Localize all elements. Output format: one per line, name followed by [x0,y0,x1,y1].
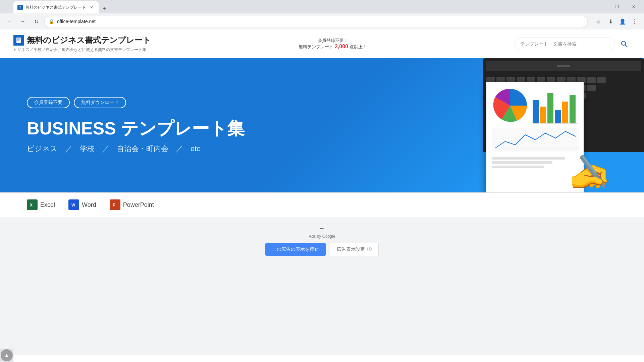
bookmark-button[interactable]: ☆ [593,16,604,27]
ads-stop-button[interactable]: この広告の表示を停止 [265,243,326,256]
tab-list-button[interactable] [3,4,12,13]
address-input[interactable] [57,19,583,24]
hero-badge-download: 無料ダウンロード [74,97,126,108]
menu-button[interactable]: ⋮ [629,16,640,27]
logo-icon [13,35,24,46]
hand-illustration: ✍ [569,153,610,192]
ads-info-icon: ⓘ [367,246,372,252]
svg-rect-2 [17,40,20,40]
search-button[interactable] [618,38,631,50]
pie-chart [492,87,529,124]
ads-setting-button[interactable]: 広告表示設定 ⓘ [330,243,379,256]
site-logo-area: 無料のビジネス書式テンプレート ビジネス／学校／自治会／町内会などに使える無料の… [13,35,151,53]
toolbar-icons: ☆ ⬇ 👤 ⋮ [593,16,640,27]
excel-link[interactable]: X Excel [27,199,55,210]
powerpoint-label: PowerPoint [123,201,154,208]
line-chart [492,128,579,152]
word-link[interactable]: W Word [68,199,96,210]
svg-text:X: X [30,203,33,207]
hero-badge-registration: 会員登録不要 [27,97,70,108]
header-note2: 無料テンプレート 2,000 点以上！ [299,44,367,50]
logo-title-text: 無料のビジネス書式テンプレート [27,35,151,46]
hero-content: 会員登録不要 無料ダウンロード BUSINESS テンプレート集 ビジネス ／ … [0,77,271,174]
address-bar-row: ← → ↻ 🔒 ☆ ⬇ 👤 ⋮ [0,13,644,29]
powerpoint-link[interactable]: P PowerPoint [110,199,154,210]
word-label: Word [82,201,96,208]
minimize-button[interactable]: — [592,1,608,12]
svg-text:W: W [71,203,75,207]
scroll-up-button[interactable]: ▲ [1,349,13,361]
tab-close-button[interactable]: ✕ [89,4,95,10]
header-note1: 会員登録不要！ [318,38,348,44]
search-area [515,38,631,50]
doc-charts [492,87,578,124]
profile-button[interactable]: 👤 [617,16,628,27]
word-icon: W [68,199,79,210]
doc-text-lines [492,157,578,168]
security-icon: 🔒 [49,19,54,24]
search-input[interactable] [515,38,615,50]
ads-label: Ads by Google [5,234,639,239]
ads-setting-label: 広告表示設定 [337,246,365,252]
apps-row: X Excel W Word P [0,192,644,217]
site-header-middle: 会員登録不要！ 無料テンプレート 2,000 点以上！ [164,38,501,50]
maximize-button[interactable]: ❐ [609,1,625,12]
address-bar-container: 🔒 [44,16,588,27]
active-tab[interactable]: T 無料のビジネス書式テンプレート ✕ [13,1,99,13]
tab-favicon: T [17,5,23,10]
svg-rect-3 [17,41,19,41]
download-button[interactable]: ⬇ [605,16,616,27]
site-logo-subtitle: ビジネス／学校／自治会／町内会などに使える無料の文書テンプレート集 [13,47,151,53]
excel-label: Excel [40,201,55,208]
bottom-bar: ▲ [0,349,13,362]
title-bar: T 無料のビジネス書式テンプレート ✕ + — ❐ ✕ [0,0,644,13]
powerpoint-icon: P [110,199,120,210]
hero-illustration-area: ✍ [409,58,644,192]
site-header: 無料のビジネス書式テンプレート ビジネス／学校／自治会／町内会などに使える無料の… [0,29,644,58]
svg-text:P: P [113,203,115,207]
below-ads-space [0,261,644,355]
tab-bar: T 無料のビジネス書式テンプレート ✕ + [3,0,592,13]
hero-title: BUSINESS テンプレート集 [27,119,245,138]
browser-window: T 無料のビジネス書式テンプレート ✕ + — ❐ ✕ ← → ↻ 🔒 ☆ ⬇ … [0,0,644,362]
ads-back-arrow[interactable]: ← [319,223,325,234]
ads-section: ← Ads by Google この広告の表示を停止 広告表示設定 ⓘ [0,217,644,261]
back-button[interactable]: ← [4,16,15,27]
new-tab-button[interactable]: + [100,4,109,13]
page-content: 無料のビジネス書式テンプレート ビジネス／学校／自治会／町内会などに使える無料の… [0,29,644,362]
svg-line-5 [625,45,628,47]
close-button[interactable]: ✕ [626,1,641,12]
ads-buttons: この広告の表示を停止 広告表示設定 ⓘ [5,243,639,256]
svg-rect-0 [16,38,21,43]
svg-rect-1 [17,39,20,39]
hero-badges: 会員登録不要 無料ダウンロード [27,97,245,108]
tab-title: 無料のビジネス書式テンプレート [25,5,86,10]
window-controls: — ❐ ✕ [592,1,641,12]
reload-button[interactable]: ↻ [31,16,42,27]
site-logo-title: 無料のビジネス書式テンプレート [13,35,151,46]
hero-banner: 会員登録不要 無料ダウンロード BUSINESS テンプレート集 ビジネス ／ … [0,58,644,192]
hero-subtitle: ビジネス ／ 学校 ／ 自治会・町内会 ／ etc [27,144,245,154]
excel-icon: X [27,199,38,210]
forward-button[interactable]: → [17,16,28,27]
bar-chart [533,87,578,124]
